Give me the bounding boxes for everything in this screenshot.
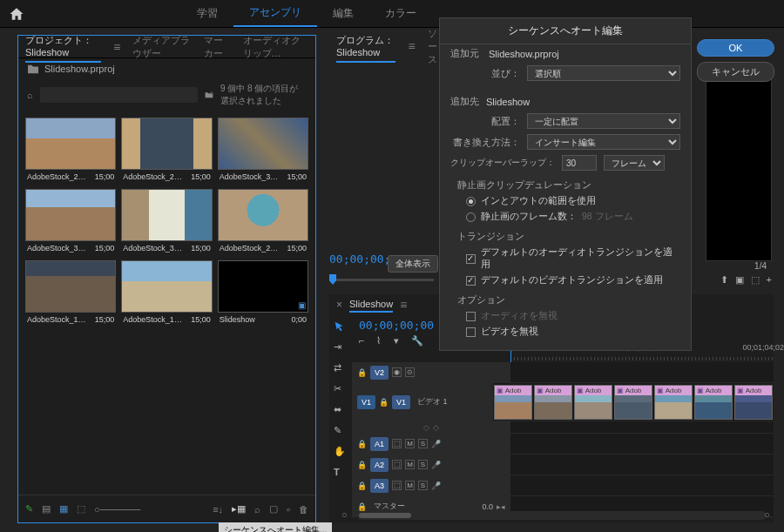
media-item[interactable]: AdobeStock_182518... 15;00 <box>121 260 212 327</box>
workspace-tab-color[interactable]: カラー <box>369 1 432 26</box>
check-ignore-video[interactable] <box>466 327 476 337</box>
media-item[interactable]: AdobeStock_138362... 15;00 <box>25 260 116 327</box>
track-toggle-output-icon[interactable]: ◉ <box>392 367 402 377</box>
track-a3-content[interactable] <box>510 475 774 495</box>
mic-icon[interactable]: 🎤 <box>431 440 441 448</box>
track-output-icon[interactable]: ⬚ <box>392 460 402 469</box>
find-icon[interactable]: ⌕ <box>254 504 260 515</box>
track-a1-content[interactable] <box>510 434 774 454</box>
media-item[interactable]: AdobeStock_234356... 15;00 <box>25 118 116 184</box>
tab-audio-clip[interactable]: オーディオクリップ… <box>243 30 308 64</box>
close-sequence-icon[interactable]: × <box>336 299 342 311</box>
solo-button[interactable]: S <box>418 439 428 448</box>
automate-to-sequence-icon[interactable]: ▸▦ <box>232 503 246 515</box>
lock-icon[interactable]: 🔒 <box>357 502 367 511</box>
selection-tool-icon[interactable] <box>334 320 346 333</box>
media-item[interactable]: AdobeStock_320408... 15;00 <box>121 189 212 255</box>
timeline-clip[interactable]: ▣ Adob <box>574 385 612 420</box>
mute-button[interactable]: M <box>405 460 415 469</box>
lock-icon[interactable]: 🔒 <box>357 481 367 490</box>
media-thumbnail[interactable]: ▣ <box>218 260 308 313</box>
lock-icon[interactable]: 🔒 <box>357 461 367 469</box>
track-v1-source[interactable]: V1 <box>357 395 375 409</box>
check-audio-trans[interactable] <box>466 254 476 264</box>
zoom-dropdown[interactable]: 全体表示 <box>388 255 438 273</box>
timeline-panel-menu-icon[interactable]: ≡ <box>400 298 407 312</box>
overlap-input[interactable] <box>562 155 597 171</box>
track-output-icon[interactable]: ⬚ <box>392 481 402 490</box>
tab-markers[interactable]: マーカー <box>204 30 230 64</box>
lock-icon[interactable]: 🔒 <box>357 368 367 377</box>
zoom-slider[interactable]: ○────── <box>94 504 140 515</box>
slip-tool-icon[interactable]: ⬌ <box>334 404 346 416</box>
program-playhead-slider[interactable] <box>329 272 434 284</box>
ripple-edit-tool-icon[interactable]: ⇄ <box>334 362 346 374</box>
media-item[interactable]: AdobeStock_225485... 15;00 <box>121 118 212 184</box>
timeline-clip[interactable]: ▣ Adob <box>694 385 733 420</box>
sequence-tab[interactable]: Slideshow <box>349 297 393 313</box>
media-thumbnail[interactable] <box>218 189 308 241</box>
timeline-clip[interactable]: ▣ Adob <box>614 385 652 420</box>
mic-icon[interactable]: 🎤 <box>431 481 441 490</box>
media-thumbnail[interactable] <box>25 118 116 170</box>
icon-view-icon[interactable]: ▦ <box>59 503 68 515</box>
settings-icon[interactable]: ⬚ <box>751 274 760 286</box>
snap-icon[interactable]: ⌐ <box>359 335 369 346</box>
media-thumbnail[interactable] <box>121 118 212 170</box>
lock-icon[interactable]: 🔒 <box>357 440 367 448</box>
radio-in-out[interactable] <box>466 197 476 206</box>
method-select[interactable]: インサート編集 <box>527 134 680 150</box>
write-icon[interactable]: ✎ <box>25 503 33 515</box>
settings-wrench-icon[interactable]: 🔧 <box>411 335 422 346</box>
timeline-clip[interactable]: ▣ Adob <box>654 385 693 420</box>
mute-button[interactable]: M <box>405 481 415 490</box>
type-tool-icon[interactable]: T <box>334 467 346 479</box>
track-a2-label[interactable]: A2 <box>370 458 389 472</box>
media-thumbnail[interactable] <box>25 189 116 241</box>
solo-button[interactable]: S <box>418 481 428 490</box>
overlap-unit-select[interactable]: フレーム <box>604 155 665 171</box>
mic-icon[interactable]: 🎤 <box>431 461 441 469</box>
tab-project[interactable]: プロジェクト：Slideshow <box>25 30 101 63</box>
panel-menu-icon[interactable]: ≡ <box>113 40 120 54</box>
hand-tool-icon[interactable]: ✋ <box>334 446 346 458</box>
track-select-tool-icon[interactable]: ⇥ <box>334 341 346 354</box>
media-item[interactable]: AdobeStock_306745... 15;00 <box>25 189 116 255</box>
track-a3-label[interactable]: A3 <box>370 479 389 493</box>
track-v2-label[interactable]: V2 <box>370 366 389 380</box>
trash-icon[interactable]: 🗑 <box>299 504 308 515</box>
check-ignore-audio[interactable] <box>466 312 476 321</box>
media-item[interactable]: AdobeStock_287251... 15;00 <box>218 189 308 255</box>
track-v1-content[interactable]: ▣ Adob ▣ Adob ▣ Adob ▣ Adob ▣ Adob ▣ Ado… <box>493 383 774 421</box>
razor-tool-icon[interactable]: ✂ <box>334 383 346 395</box>
freeform-view-icon[interactable]: ⬚ <box>77 503 85 515</box>
order-select[interactable]: 選択順 <box>527 65 680 81</box>
scrollbar-thumb[interactable] <box>359 513 411 518</box>
scroll-left-icon[interactable]: ○ <box>341 509 348 520</box>
home-icon[interactable] <box>9 6 24 22</box>
pen-tool-icon[interactable]: ✎ <box>334 425 346 437</box>
placement-select[interactable]: 一定に配置 <box>527 113 680 129</box>
solo-button[interactable]: S <box>418 460 428 469</box>
media-thumbnail[interactable] <box>25 260 116 313</box>
tab-media-browser[interactable]: メディアブラウザー <box>132 30 192 64</box>
media-thumbnail[interactable] <box>121 189 212 241</box>
cancel-button[interactable]: キャンセル <box>697 62 774 82</box>
timeline-clip[interactable]: ▣ Adob <box>534 385 572 420</box>
sort-icon[interactable]: ≡↓ <box>213 504 223 515</box>
new-bin-icon[interactable] <box>205 90 213 100</box>
track-output-icon[interactable]: ⬚ <box>392 439 402 448</box>
track-a1-label[interactable]: A1 <box>370 437 389 451</box>
track-v1-label[interactable]: V1 <box>392 395 410 409</box>
media-thumbnail[interactable] <box>121 260 212 313</box>
timeline-scrollbar[interactable]: ○ ○ <box>357 511 767 520</box>
media-thumbnail[interactable] <box>218 118 308 170</box>
scroll-right-icon[interactable]: ○ <box>764 509 770 520</box>
workspace-tab-edit[interactable]: 編集 <box>317 1 369 26</box>
lock-icon[interactable]: 🔒 <box>379 398 389 407</box>
project-search-input[interactable] <box>40 87 198 103</box>
track-sync-lock-icon[interactable]: ⊙ <box>405 367 415 377</box>
expand-icon[interactable]: ◇ <box>433 423 439 432</box>
marker-icon[interactable]: ▾ <box>394 335 404 346</box>
track-a2-content[interactable] <box>510 455 774 475</box>
